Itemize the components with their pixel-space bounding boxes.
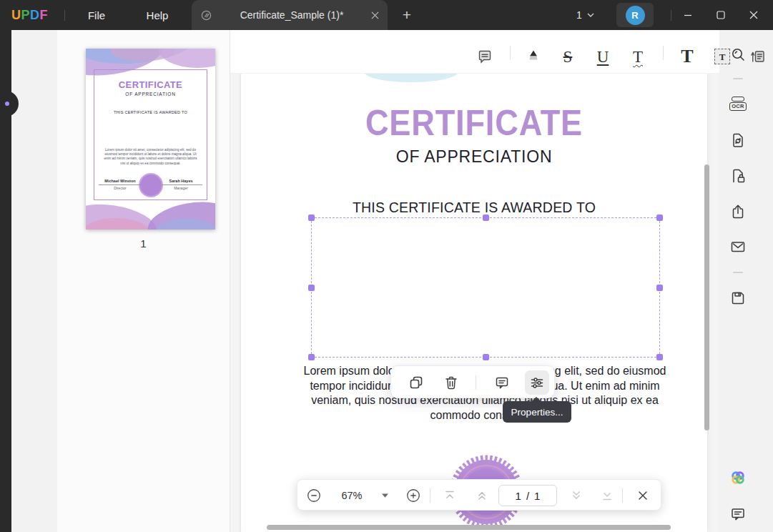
resize-handle-s[interactable] xyxy=(483,354,489,360)
protect-button[interactable] xyxy=(725,163,751,189)
menu-file[interactable]: File xyxy=(79,0,114,30)
note-icon xyxy=(493,374,511,391)
logo-letter: D xyxy=(30,8,40,23)
updf-window: U P D F File Help Certificate_Sample (1)… xyxy=(0,0,773,532)
certificate-subtitle: OF APPRECIATION xyxy=(241,147,707,167)
last-page-icon xyxy=(599,488,615,503)
body-line: commodo consequat. xyxy=(252,408,718,423)
tab-close-icon[interactable] xyxy=(371,11,379,19)
minimize-button[interactable] xyxy=(672,0,704,30)
sidebar-divider xyxy=(733,78,743,79)
first-page-button[interactable] xyxy=(438,484,461,507)
horizontal-scrollbar[interactable] xyxy=(267,525,671,530)
thumb-decor-blob xyxy=(158,49,215,68)
signature-name: Michael Winston xyxy=(99,179,142,185)
resize-handle-se[interactable] xyxy=(656,354,663,360)
properties-tooltip: Properties... xyxy=(503,401,571,423)
share-button[interactable] xyxy=(725,199,751,225)
zoom-bar-divider xyxy=(622,488,623,503)
properties-sliders-icon xyxy=(528,374,546,391)
ocr-icon-label: OCR xyxy=(729,102,747,111)
page-number-input[interactable]: 1 / 1 xyxy=(498,485,557,506)
thumb-seal xyxy=(140,174,162,196)
thumb-signature-left: Michael Winston Director xyxy=(99,179,142,190)
note-button[interactable] xyxy=(490,370,514,395)
page-thumbnail[interactable]: CERTIFICATE OF APPRECIATION THIS CERTIFI… xyxy=(86,49,215,230)
save-button[interactable] xyxy=(725,285,751,311)
underline-tool[interactable]: U xyxy=(590,44,616,69)
sticky-note-tool[interactable] xyxy=(472,44,498,69)
logo-letter: F xyxy=(40,8,49,23)
close-icon xyxy=(636,488,650,503)
highlighter-icon xyxy=(525,48,542,65)
zoom-out-button[interactable] xyxy=(302,484,325,507)
selected-text-box[interactable] xyxy=(311,217,660,358)
menu-help[interactable]: Help xyxy=(140,0,174,30)
zoom-presets-dropdown[interactable] xyxy=(378,484,392,507)
previous-page-button[interactable] xyxy=(471,484,493,507)
text-icon: T xyxy=(681,47,693,66)
certificate-title: CERTIFICATE xyxy=(265,102,684,144)
minimize-icon xyxy=(684,11,692,19)
zoom-in-button[interactable] xyxy=(402,484,425,507)
ocr-button[interactable]: OCR xyxy=(725,91,751,117)
signature-role: Manager xyxy=(159,186,202,190)
thumbnail-page-number: 1 xyxy=(57,237,230,250)
thumb-certificate-title: CERTIFICATE xyxy=(86,79,215,90)
protect-icon xyxy=(729,167,747,184)
ai-assistant-button[interactable] xyxy=(725,465,751,491)
highlight-tool[interactable] xyxy=(521,44,546,69)
thumb-certificate-subtitle: OF APPRECIATION xyxy=(86,92,215,97)
resize-handle-nw[interactable] xyxy=(308,215,315,221)
thumb-awarded-line: THIS CERTIFICATE IS AWARDED TO xyxy=(86,110,215,114)
close-button[interactable] xyxy=(738,0,769,30)
resize-handle-ne[interactable] xyxy=(656,215,663,221)
document-tab[interactable]: Certificate_Sample (1)* xyxy=(192,0,388,30)
pdf-page[interactable]: CERTIFICATE OF APPRECIATION THIS CERTIFI… xyxy=(241,74,707,532)
resize-handle-sw[interactable] xyxy=(308,354,315,360)
callout-tool[interactable] xyxy=(745,44,771,69)
account-button[interactable]: R xyxy=(616,3,654,27)
next-page-button[interactable] xyxy=(565,484,588,507)
maximize-button[interactable] xyxy=(705,0,737,30)
previous-page-icon xyxy=(474,488,490,503)
feedback-button[interactable] xyxy=(725,501,751,527)
thumb-body-text: Lorem ipsum dolor sit amet, consectetur … xyxy=(103,148,198,166)
titlebar-page-dropdown[interactable]: 1 xyxy=(572,0,599,30)
page-divider: / xyxy=(526,490,529,502)
zoom-in-icon xyxy=(405,488,421,503)
feedback-icon xyxy=(729,506,747,523)
convert-button[interactable] xyxy=(725,127,751,153)
signature-role: Director xyxy=(99,186,142,190)
sidebar-divider xyxy=(733,272,743,273)
thumbnail-panel: CERTIFICATE OF APPRECIATION THIS CERTIFI… xyxy=(57,30,230,532)
zoom-level[interactable]: 67% xyxy=(332,480,372,511)
updf-logo: U P D F xyxy=(11,0,48,30)
email-button[interactable] xyxy=(725,234,751,260)
caret-down-icon xyxy=(382,493,388,498)
resize-handle-w[interactable] xyxy=(308,285,315,291)
squiggly-underline-icon: T xyxy=(633,49,643,65)
properties-button[interactable] xyxy=(525,370,549,395)
last-page-button[interactable] xyxy=(596,484,619,507)
add-text-tool[interactable]: T xyxy=(674,44,700,69)
squiggly-underline-tool[interactable]: T xyxy=(625,44,651,69)
text-box-tool[interactable]: T xyxy=(709,44,735,69)
toolbar-divider xyxy=(663,46,664,60)
close-icon xyxy=(749,11,758,19)
strikethrough-tool[interactable]: S xyxy=(555,44,581,69)
toolbar-divider xyxy=(510,46,511,60)
save-icon xyxy=(729,290,747,307)
close-zoom-bar-button[interactable] xyxy=(631,484,654,507)
vertical-scrollbar[interactable] xyxy=(704,164,709,430)
resize-handle-e[interactable] xyxy=(656,285,663,291)
strikethrough-icon: S xyxy=(563,49,573,65)
delete-button[interactable] xyxy=(439,370,463,395)
trash-icon xyxy=(443,374,460,391)
new-tab-button[interactable]: + xyxy=(398,6,416,24)
copy-button[interactable] xyxy=(404,370,428,395)
resize-handle-n[interactable] xyxy=(483,215,489,221)
avatar: R xyxy=(626,6,645,25)
certificate-awarded-line: THIS CERTIFICATE IS AWARDED TO xyxy=(241,200,707,216)
maximize-icon xyxy=(717,11,725,19)
